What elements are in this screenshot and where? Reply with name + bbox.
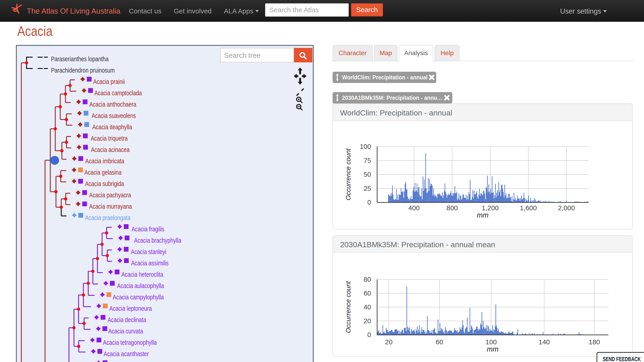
svg-text:Acacia triquetra: Acacia triquetra bbox=[91, 134, 128, 142]
svg-text:Acacia acanthaster: Acacia acanthaster bbox=[104, 350, 149, 358]
svg-text:Acacia suaveolens: Acacia suaveolens bbox=[92, 112, 136, 119]
svg-text:Acacia gelasina: Acacia gelasina bbox=[84, 168, 122, 176]
svg-text:Acacia brachyphylla: Acacia brachyphylla bbox=[134, 236, 181, 244]
svg-text:Acacia camptoclada: Acacia camptoclada bbox=[94, 89, 142, 96]
svg-text:Acacia heteroclita: Acacia heteroclita bbox=[121, 270, 163, 278]
svg-text:Acacia stanleyi: Acacia stanleyi bbox=[131, 248, 166, 256]
svg-text:Acacia murrayana: Acacia murrayana bbox=[89, 202, 132, 210]
svg-text:Acacia subrigida: Acacia subrigida bbox=[85, 180, 124, 187]
svg-text:Acacia aulacophylla: Acacia aulacophylla bbox=[117, 282, 164, 290]
svg-text:Acacia anthochaera: Acacia anthochaera bbox=[90, 100, 136, 108]
svg-text:Acacia praelongata: Acacia praelongata bbox=[85, 214, 130, 221]
svg-text:Acacia tetragonophylla: Acacia tetragonophylla bbox=[103, 339, 157, 346]
svg-text:Acacia iteaphylla: Acacia iteaphylla bbox=[92, 123, 132, 131]
svg-text:Parachidendron pruinosum: Parachidendron pruinosum bbox=[51, 66, 115, 74]
svg-text:Acacia curvata: Acacia curvata bbox=[108, 327, 143, 335]
svg-text:Acacia campylophylla: Acacia campylophylla bbox=[113, 293, 164, 301]
svg-text:Acacia declinata: Acacia declinata bbox=[108, 316, 146, 324]
svg-text:Acacia pachyacra: Acacia pachyacra bbox=[89, 191, 131, 199]
svg-text:Acacia imbricata: Acacia imbricata bbox=[85, 157, 124, 165]
svg-text:Acacia fragilis: Acacia fragilis bbox=[132, 225, 164, 233]
svg-text:Acacia assimilis: Acacia assimilis bbox=[131, 259, 168, 267]
svg-text:Acacia acinacea: Acacia acinacea bbox=[91, 146, 130, 153]
svg-text:Paraserianthes lopantha: Paraserianthes lopantha bbox=[51, 55, 109, 62]
svg-text:Acacia leptoneura: Acacia leptoneura bbox=[109, 304, 152, 312]
svg-text:Acacia prainii: Acacia prainii bbox=[93, 78, 125, 85]
